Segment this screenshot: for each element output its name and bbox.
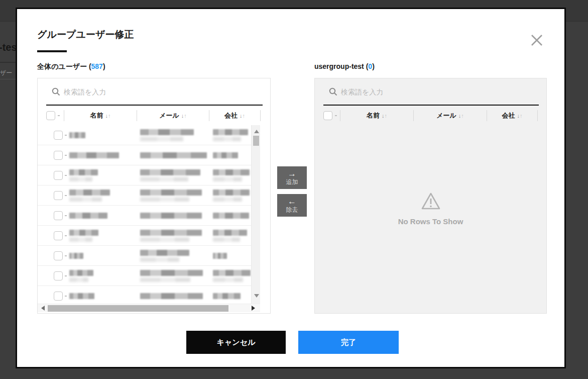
redacted-email-cell xyxy=(140,246,213,265)
background-divider xyxy=(0,79,16,79)
redacted-name-cell xyxy=(69,246,140,265)
close-icon xyxy=(529,32,545,50)
row-checkbox[interactable] xyxy=(54,231,63,240)
search-icon xyxy=(329,87,337,98)
vertical-scrollbar[interactable] xyxy=(251,125,260,304)
sort-icon[interactable]: ↓↑ xyxy=(105,113,111,119)
all-users-row-list xyxy=(38,125,251,304)
redacted-email-cell xyxy=(140,206,213,225)
row-checkbox[interactable] xyxy=(54,211,63,220)
row-dash xyxy=(65,215,67,216)
redacted-email-cell xyxy=(140,286,213,304)
column-header-company[interactable]: 会社 ↓↑ xyxy=(209,111,260,120)
user-row[interactable] xyxy=(38,286,251,304)
group-users-search-input[interactable] xyxy=(341,83,532,101)
row-dash xyxy=(65,135,67,136)
search-icon xyxy=(52,87,60,98)
scroll-left-arrow-icon[interactable] xyxy=(41,306,45,311)
select-all-checkbox[interactable] xyxy=(323,111,332,120)
scroll-up-arrow-icon[interactable] xyxy=(254,130,259,133)
redacted-company-cell xyxy=(213,286,251,304)
column-header-email[interactable]: メール ↓↑ xyxy=(137,111,209,120)
row-checkbox[interactable] xyxy=(54,292,63,301)
user-row[interactable] xyxy=(38,246,251,266)
remove-users-button[interactable]: ← 除去 xyxy=(277,194,307,217)
vertical-scroll-thumb[interactable] xyxy=(253,136,259,146)
redacted-company-cell xyxy=(213,165,251,185)
column-header-name[interactable]: 名前 ↓↑ xyxy=(64,111,137,120)
user-row[interactable] xyxy=(38,206,251,226)
all-users-search-input[interactable] xyxy=(64,83,255,101)
done-button[interactable]: 完了 xyxy=(298,331,399,354)
empty-state-text: No Rows To Show xyxy=(398,217,463,226)
column-separator xyxy=(537,110,538,121)
group-users-table-header: 名前 ↓↑ メール ↓↑ 会社 ↓↑ xyxy=(315,106,546,125)
redacted-name-cell xyxy=(69,185,140,205)
user-row[interactable] xyxy=(38,145,251,165)
row-dash xyxy=(65,155,67,156)
redacted-email-cell xyxy=(140,165,213,185)
redacted-email-cell xyxy=(140,226,213,245)
row-checkbox[interactable] xyxy=(54,271,63,280)
row-dash xyxy=(65,275,67,276)
column-separator xyxy=(260,110,261,121)
sort-icon[interactable]: ↓↑ xyxy=(517,113,523,119)
scroll-right-arrow-icon[interactable] xyxy=(252,306,255,311)
dialog-title: グループユーザー修正 xyxy=(37,28,134,41)
arrow-right-icon: → xyxy=(288,169,296,178)
redacted-email-cell xyxy=(140,125,213,145)
empty-state: No Rows To Show xyxy=(315,125,546,313)
background-tab-fragment: ザー xyxy=(0,69,12,77)
user-row[interactable] xyxy=(38,125,251,145)
redacted-name-cell xyxy=(69,286,140,304)
all-users-table-header: 名前 ↓↑ メール ↓↑ 会社 ↓↑ xyxy=(38,106,270,125)
sort-icon[interactable]: ↓↑ xyxy=(181,113,187,119)
user-row[interactable] xyxy=(38,165,251,185)
row-checkbox[interactable] xyxy=(54,131,63,140)
sort-icon[interactable]: ↓↑ xyxy=(458,113,464,119)
search-underline xyxy=(323,105,539,106)
row-checkbox[interactable] xyxy=(54,171,63,180)
scroll-down-arrow-icon[interactable] xyxy=(254,294,259,298)
header-dash xyxy=(335,115,337,116)
warning-triangle-icon xyxy=(421,192,441,212)
column-header-email[interactable]: メール ↓↑ xyxy=(414,111,487,120)
redacted-company-cell xyxy=(213,145,251,165)
horizontal-scrollbar[interactable] xyxy=(38,304,260,312)
search-underline xyxy=(46,105,263,106)
group-users-search-row xyxy=(315,78,546,105)
all-users-label: 全体のユーザー (587) xyxy=(37,62,105,71)
background-page-title-fragment: -tes xyxy=(0,42,17,53)
row-checkbox[interactable] xyxy=(54,191,63,200)
redacted-company-cell xyxy=(213,226,251,245)
group-users-panel: 名前 ↓↑ メール ↓↑ 会社 ↓↑ No xyxy=(314,78,547,314)
user-row[interactable] xyxy=(38,266,251,286)
all-users-search-row xyxy=(38,78,270,105)
redacted-company-cell xyxy=(213,266,251,286)
row-dash xyxy=(65,195,67,196)
select-all-checkbox[interactable] xyxy=(46,111,55,120)
row-checkbox[interactable] xyxy=(54,151,63,160)
redacted-email-cell xyxy=(140,145,213,165)
redacted-name-cell xyxy=(69,226,140,245)
close-button[interactable] xyxy=(526,30,547,51)
add-users-button[interactable]: → 追加 xyxy=(277,166,307,189)
user-row[interactable] xyxy=(38,226,251,246)
horizontal-scroll-thumb[interactable] xyxy=(48,305,228,312)
group-user-edit-dialog: グループユーザー修正 全体のユーザー (587) usergroup-test … xyxy=(16,8,566,368)
row-checkbox[interactable] xyxy=(54,251,63,260)
sort-icon[interactable]: ↓↑ xyxy=(382,113,387,119)
all-users-panel: 名前 ↓↑ メール ↓↑ 会社 ↓↑ xyxy=(37,78,271,314)
row-dash xyxy=(65,175,67,176)
sort-icon[interactable]: ↓↑ xyxy=(240,113,245,119)
all-users-count: 587 xyxy=(91,62,103,70)
arrow-left-icon: ← xyxy=(288,197,296,206)
column-header-name[interactable]: 名前 ↓↑ xyxy=(340,111,413,120)
user-row[interactable] xyxy=(38,185,251,206)
redacted-name-cell xyxy=(69,266,140,286)
title-underline xyxy=(37,50,67,52)
column-header-company[interactable]: 会社 ↓↑ xyxy=(487,111,537,120)
background-divider xyxy=(0,62,16,63)
redacted-company-cell xyxy=(213,125,251,145)
cancel-button[interactable]: キャンセル xyxy=(186,331,286,354)
